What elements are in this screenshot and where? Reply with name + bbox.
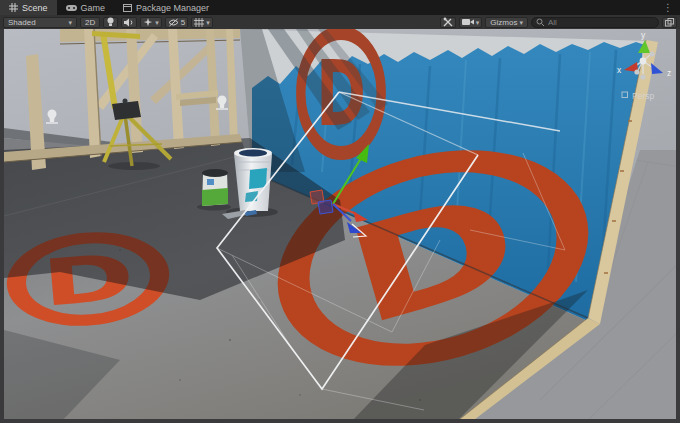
tab-game[interactable]: Game [57, 0, 115, 15]
package-icon [123, 3, 132, 12]
chevron-down-icon: ▾ [206, 19, 210, 26]
chevron-down-icon: ▾ [155, 19, 159, 26]
scene-toolbar: Shaded ▾ 2D ▾ 5 ▾ ▾ [0, 15, 680, 29]
overlap-squares-icon [665, 18, 674, 27]
lightbulb-icon [106, 17, 115, 27]
shading-mode-label: Shaded [8, 18, 36, 27]
grid-icon [9, 3, 18, 12]
tools-icon [443, 17, 453, 27]
chevron-down-icon: ▾ [68, 19, 72, 26]
axis-negative-cone[interactable] [634, 69, 639, 74]
axis-negative-cone[interactable] [640, 74, 645, 79]
camera-icon [462, 18, 474, 26]
grid-axis-icon [194, 18, 204, 27]
toggle-2d-button[interactable]: 2D [80, 17, 100, 28]
toggle-2d-label: 2D [85, 18, 95, 27]
component-tools-button[interactable] [440, 17, 456, 28]
shading-mode-dropdown[interactable]: Shaded ▾ [3, 17, 77, 28]
axis-z-label: z [667, 68, 671, 78]
scene-search-field[interactable] [531, 17, 659, 28]
scene-camera-dropdown[interactable]: ▾ [459, 17, 483, 28]
tab-bar: Scene Game Package Manager ⋮ [0, 0, 680, 15]
gizmos-label: Gizmos [490, 18, 517, 27]
projection-mode-label[interactable]: Persp [632, 91, 654, 101]
move-gizmo-plane-z[interactable] [318, 200, 333, 214]
gizmos-dropdown[interactable]: Gizmos ▾ [485, 17, 528, 28]
scene-viewport[interactable]: D D D [4, 29, 676, 419]
speaker-icon [124, 18, 134, 27]
axis-negative-cone[interactable] [649, 51, 654, 56]
grid-visibility-button[interactable]: ▾ [191, 17, 213, 28]
overlay-button[interactable] [662, 17, 677, 28]
tab-package-manager[interactable]: Package Manager [114, 0, 218, 15]
magnifier-icon [536, 18, 545, 27]
hidden-objects-count: 5 [181, 18, 185, 27]
scene-visibility-button[interactable]: 5 [165, 17, 188, 28]
effects-dropdown-button[interactable]: ▾ [140, 17, 162, 28]
audio-toggle-button[interactable] [121, 17, 137, 28]
lighting-toggle-button[interactable] [103, 17, 118, 28]
tab-game-label: Game [81, 3, 106, 13]
axis-hub[interactable] [640, 58, 647, 65]
kebab-menu-icon[interactable]: ⋮ [663, 0, 673, 15]
search-input[interactable] [548, 18, 654, 27]
chevron-down-icon: ▾ [519, 19, 523, 26]
chevron-down-icon: ▾ [476, 19, 480, 26]
eye-off-icon [168, 18, 179, 27]
tab-scene[interactable]: Scene [0, 0, 57, 15]
sparkle-icon [143, 18, 153, 27]
tab-scene-label: Scene [22, 3, 48, 13]
gamepad-icon [66, 4, 77, 12]
unity-scene-window: Scene Game Package Manager ⋮ Shaded ▾ 2D… [0, 0, 680, 423]
tab-package-manager-label: Package Manager [136, 3, 209, 13]
